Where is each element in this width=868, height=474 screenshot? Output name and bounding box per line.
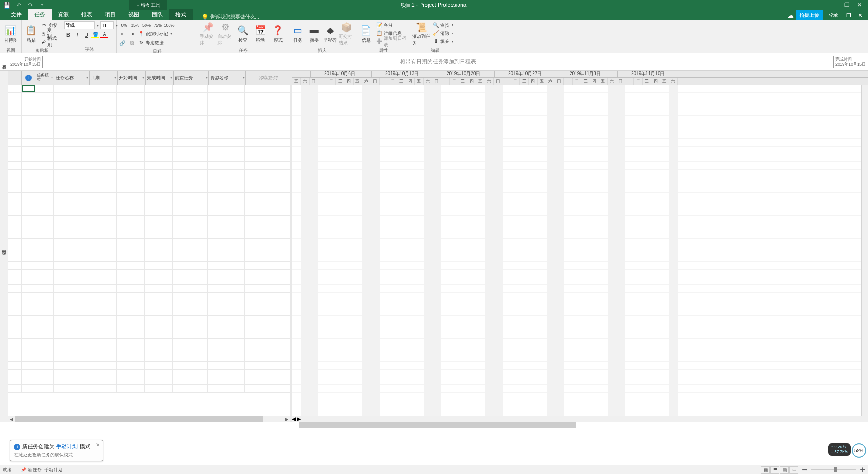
- gantt-vertical-scrollbar[interactable]: [861, 85, 868, 416]
- undo-icon[interactable]: ↶: [14, 1, 23, 9]
- link-button[interactable]: 🔗: [118, 39, 127, 47]
- table-row[interactable]: [8, 323, 290, 331]
- table-row[interactable]: [8, 93, 290, 100]
- ribbon-minimize-icon[interactable]: ❐: [844, 11, 854, 19]
- scroll-to-task-button[interactable]: 📜滚动到任务: [412, 21, 430, 46]
- paste-button[interactable]: 📋 粘贴: [24, 21, 39, 46]
- qat-dropdown-icon[interactable]: ▾: [38, 1, 46, 9]
- format-painter-button[interactable]: 🖌格式刷: [40, 38, 60, 45]
- cloud-icon[interactable]: ☁: [788, 12, 794, 19]
- minimize-icon[interactable]: —: [829, 1, 839, 9]
- tab-format[interactable]: 格式: [169, 9, 193, 20]
- redo-icon[interactable]: ↷: [26, 1, 34, 9]
- grid-header-addnew[interactable]: 添加新列: [246, 71, 290, 85]
- pin-icon[interactable]: 📌: [21, 467, 26, 472]
- tab-project[interactable]: 项目: [99, 9, 122, 20]
- table-row[interactable]: [8, 285, 290, 293]
- status-new-task[interactable]: 新任务: 手动计划: [28, 467, 62, 473]
- table-row[interactable]: [8, 193, 290, 200]
- mode-button[interactable]: ❓模式: [269, 21, 286, 46]
- tab-view[interactable]: 视图: [122, 9, 146, 20]
- table-row[interactable]: [8, 139, 290, 147]
- table-row[interactable]: [8, 108, 290, 116]
- zoom-handle[interactable]: [834, 467, 837, 472]
- italic-button[interactable]: I: [73, 31, 81, 39]
- zoom-out-icon[interactable]: ➖: [802, 467, 807, 472]
- upload-button[interactable]: 拍摄上传: [796, 10, 823, 20]
- tab-file[interactable]: 文件: [5, 9, 28, 20]
- table-row[interactable]: [8, 346, 290, 354]
- table-row[interactable]: [8, 185, 290, 193]
- notes-button[interactable]: 📝备注: [375, 21, 408, 29]
- grid-header-duration[interactable]: 工期▾: [90, 71, 118, 85]
- font-size-select[interactable]: [100, 21, 114, 29]
- table-row[interactable]: [8, 131, 290, 139]
- table-row[interactable]: [8, 316, 290, 323]
- gantt-chart-button[interactable]: 📊 甘特图: [2, 21, 19, 46]
- summary-button[interactable]: ▬摘要: [307, 21, 322, 46]
- grid-header-mode[interactable]: 任务模式▾: [35, 71, 54, 85]
- table-row[interactable]: [8, 270, 290, 277]
- grid-header-resources[interactable]: 资源名称▾: [209, 71, 246, 85]
- grid-header-info[interactable]: i: [22, 71, 35, 85]
- save-icon[interactable]: 💾: [3, 1, 11, 9]
- pct-100-button[interactable]: 100%: [164, 21, 175, 29]
- gantt-body[interactable]: [292, 85, 868, 416]
- table-row[interactable]: [8, 162, 290, 170]
- font-name-dropdown-icon[interactable]: ▾: [96, 24, 99, 28]
- pct-75-button[interactable]: 75%: [152, 21, 163, 29]
- underline-button[interactable]: U: [82, 31, 90, 39]
- table-row[interactable]: [8, 339, 290, 346]
- view-calendar-button[interactable]: ▭: [789, 466, 798, 474]
- respect-links-button[interactable]: ↻考虑链接: [137, 39, 165, 47]
- table-row[interactable]: [8, 216, 290, 223]
- notification-close-icon[interactable]: ✕: [96, 442, 100, 448]
- tab-report[interactable]: 报表: [75, 9, 99, 20]
- grid-header-start[interactable]: 开始时间▾: [118, 71, 146, 85]
- move-button[interactable]: 📅移动: [252, 21, 269, 46]
- table-row[interactable]: [8, 223, 290, 231]
- gantt-scroll-thumb[interactable]: [299, 422, 576, 428]
- gantt-scroll-left-icon[interactable]: ◀: [292, 416, 296, 422]
- ribbon-close-icon[interactable]: ✕: [855, 11, 865, 19]
- outdent-button[interactable]: ⇤: [118, 30, 127, 38]
- task-button[interactable]: ▭任务: [290, 21, 306, 46]
- tab-task[interactable]: 任务: [28, 9, 52, 20]
- indent-button[interactable]: ⇥: [127, 30, 136, 38]
- manual-schedule-button[interactable]: 📌手动安排: [200, 21, 217, 46]
- add-to-timeline-button[interactable]: ➕添加到日程表: [375, 38, 408, 45]
- deliverable-button[interactable]: 📦可交付结果: [339, 21, 354, 46]
- view-gantt-button[interactable]: ▦: [761, 466, 770, 474]
- table-row[interactable]: [8, 246, 290, 254]
- view-network-button[interactable]: ▤: [780, 466, 789, 474]
- grid-body[interactable]: [8, 85, 290, 416]
- bold-button[interactable]: B: [64, 31, 72, 39]
- table-row[interactable]: [8, 177, 290, 185]
- gantt-horizontal-scrollbar[interactable]: ◀ ▶: [292, 416, 868, 422]
- notification-subtitle[interactable]: 在此处更改新任务的默认模式: [14, 452, 99, 458]
- milestone-button[interactable]: ◆里程碑: [323, 21, 338, 46]
- grid-header-predecessors[interactable]: 前置任务▾: [174, 71, 209, 85]
- track-mark-button[interactable]: 📍跟踪时标记▾: [137, 30, 175, 38]
- table-row[interactable]: [8, 262, 290, 270]
- table-row[interactable]: [8, 385, 290, 393]
- inspect-button[interactable]: 🔍检查: [235, 21, 251, 46]
- close-icon[interactable]: ✕: [854, 1, 864, 9]
- table-row[interactable]: [8, 147, 290, 154]
- table-row[interactable]: [8, 116, 290, 123]
- grid-horizontal-scrollbar[interactable]: ◀ ▶: [8, 416, 290, 422]
- auto-schedule-button[interactable]: ⚙自动安排: [217, 21, 234, 46]
- table-row[interactable]: [8, 254, 290, 262]
- table-row[interactable]: [8, 277, 290, 285]
- table-row[interactable]: [8, 300, 290, 308]
- font-color-button[interactable]: A: [100, 31, 108, 39]
- tell-me-search[interactable]: 💡 告诉我您想要做什么...: [202, 14, 259, 20]
- table-row[interactable]: [8, 154, 290, 162]
- table-row[interactable]: [8, 293, 290, 300]
- table-row[interactable]: [8, 123, 290, 131]
- grid-header-finish[interactable]: 完成时间▾: [146, 71, 174, 85]
- table-row[interactable]: [8, 85, 290, 93]
- table-row[interactable]: [8, 362, 290, 370]
- tab-resource[interactable]: 资源: [52, 9, 75, 20]
- zoom-slider[interactable]: [811, 469, 856, 470]
